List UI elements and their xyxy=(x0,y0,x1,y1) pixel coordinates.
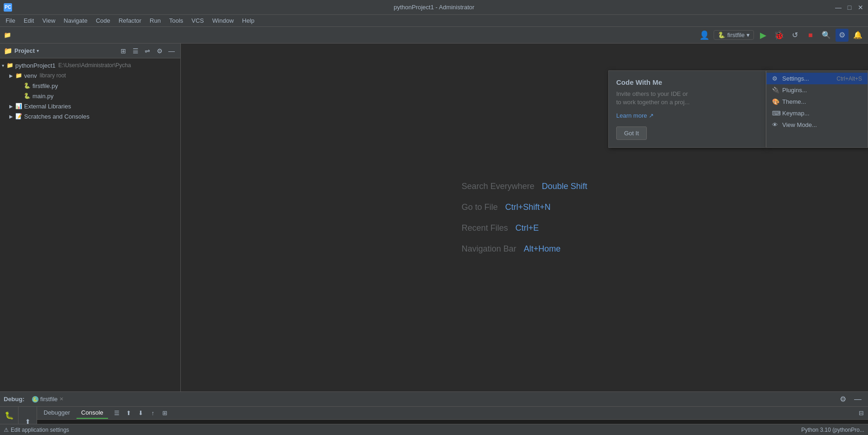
shortcut-goto-key: Ctrl+Shift+N xyxy=(505,202,550,212)
run-button[interactable]: ▶ xyxy=(757,29,770,42)
shortcut-search-key: Double Shift xyxy=(542,182,587,191)
sidebar-header: 📁 Project ▾ ⊞ ☰ ⇌ ⚙ — xyxy=(0,44,180,58)
lib-icon: 📊 xyxy=(15,102,22,110)
tree-label-root: pythonProject1 xyxy=(15,62,56,69)
notifications-button[interactable]: 🔔 xyxy=(851,29,864,42)
folder-icon: 📁 xyxy=(6,62,13,69)
debug-settings-btn[interactable]: ⚙ xyxy=(836,393,849,406)
menu-navigate[interactable]: Navigate xyxy=(60,16,91,25)
run-config-label: firstfile xyxy=(727,32,745,38)
tree-path-root: E:\Users\Administrator\Pycha xyxy=(58,62,131,69)
sidebar-icon-minimize[interactable]: — xyxy=(166,46,177,56)
tab-debugger[interactable]: Debugger xyxy=(39,407,75,419)
editor-area: Search Everywhere Double Shift Go to Fil… xyxy=(181,44,868,391)
rerun-button[interactable]: ↺ xyxy=(788,29,801,42)
debug-extra-up-icon[interactable]: ⬆ xyxy=(124,408,134,418)
settings-dropdown-overlay: Code With Me Invite others to your IDE o… xyxy=(608,70,868,148)
debug-tab-debugger[interactable] xyxy=(19,410,29,415)
menu-code[interactable]: Code xyxy=(92,16,114,25)
cwm-learn-more-text: Learn more xyxy=(616,112,647,119)
menu-file[interactable]: File xyxy=(2,16,19,25)
sidebar-icon-layout[interactable]: ⊞ xyxy=(118,46,128,56)
venv-folder-icon: 📁 xyxy=(15,72,22,79)
chevron-down-icon: ▾ xyxy=(2,63,4,68)
tree-label-scratches: Scratches and Consoles xyxy=(24,113,89,120)
shortcut-navbar-key: Alt+Home xyxy=(524,244,561,254)
debug-tabs-row: Debugger Console ☰ ⬆ ⬇ ↑ ⊞ ⊟ xyxy=(37,407,868,420)
avatar-button[interactable]: 👤 xyxy=(698,29,711,42)
menu-edit[interactable]: Edit xyxy=(20,16,38,25)
tree-item-venv[interactable]: ▶ 📁 venv library root xyxy=(0,70,180,81)
chevron-right-icon-libs: ▶ xyxy=(9,104,13,109)
cwm-title: Code With Me xyxy=(616,78,758,86)
debug-extra-down-icon[interactable]: ⬇ xyxy=(136,408,146,418)
debug-minimize-btn[interactable]: — xyxy=(851,393,864,406)
debug-extra-step-icon[interactable]: ↑ xyxy=(148,408,158,418)
project-tree: ▾ 📁 pythonProject1 E:\Users\Administrato… xyxy=(0,58,180,391)
search-button[interactable]: 🔍 xyxy=(820,29,833,42)
shortcut-search: Search Everywhere Double Shift xyxy=(461,182,587,191)
status-warning-icon[interactable]: ⚠ Edit application settings xyxy=(4,427,69,433)
project-indicator: 📁 xyxy=(4,32,11,38)
minimize-button[interactable]: — xyxy=(835,4,842,11)
tree-item-root[interactable]: ▾ 📁 pythonProject1 E:\Users\Administrato… xyxy=(0,60,180,70)
debug-extra-table-icon[interactable]: ⊞ xyxy=(160,408,170,418)
maximize-button[interactable]: □ xyxy=(846,4,853,11)
menu-vcs[interactable]: VCS xyxy=(188,16,208,25)
menu-run[interactable]: Run xyxy=(146,16,165,25)
tree-item-scratches[interactable]: ▶ 📝 Scratches and Consoles xyxy=(0,111,180,121)
settings-shortcut-settings: Ctrl+Alt+S xyxy=(836,76,862,82)
settings-menu-item-theme[interactable]: 🎨 Theme... xyxy=(766,96,868,107)
keymap-icon: ⌨ xyxy=(772,110,779,117)
run-config-dropdown-icon: ▾ xyxy=(747,32,750,38)
debug-button[interactable]: 🐞 xyxy=(772,29,785,42)
debug-header: Debug: 🐍 firstfile ✕ ⚙ — xyxy=(0,392,868,407)
sidebar-arrow-icon[interactable]: ▾ xyxy=(37,48,39,53)
window-title: pythonProject1 - Administrator xyxy=(394,4,474,11)
settings-menu-item-keymap[interactable]: ⌨ Keymap... xyxy=(766,107,868,119)
cwm-external-link-icon: ↗ xyxy=(649,112,654,119)
status-left-label: Edit application settings xyxy=(11,427,69,433)
debug-tab-close-icon[interactable]: ✕ xyxy=(59,396,64,402)
debug-bug-icon[interactable]: 🐛 xyxy=(3,409,16,422)
menu-view[interactable]: View xyxy=(38,16,59,25)
status-python-version[interactable]: Python 3.10 (pythonPro... xyxy=(801,427,864,433)
cwm-learn-more[interactable]: Learn more ↗ xyxy=(616,112,758,119)
sidebar-icon-sync[interactable]: ⇌ xyxy=(142,46,153,56)
run-config-selector[interactable]: 🐍 firstfile ▾ xyxy=(714,30,754,40)
settings-menu-item-plugins[interactable]: 🔌 Plugins... xyxy=(766,84,868,96)
py-file-icon: 🐍 xyxy=(23,82,31,89)
tree-item-ext-libs[interactable]: ▶ 📊 External Libraries xyxy=(0,101,180,111)
shortcut-recent-key: Ctrl+E xyxy=(515,223,539,233)
editor-shortcuts: Search Everywhere Double Shift Go to Fil… xyxy=(461,182,587,254)
debug-split-icon[interactable]: ⊟ xyxy=(856,408,866,418)
menu-window[interactable]: Window xyxy=(209,16,237,25)
stop-button[interactable]: ■ xyxy=(804,29,817,42)
settings-button[interactable]: ⚙ xyxy=(836,29,849,42)
cwm-got-it-button[interactable]: Got It xyxy=(616,126,647,140)
window-controls[interactable]: — □ ✕ xyxy=(835,4,864,11)
shortcut-navbar: Navigation Bar Alt+Home xyxy=(461,244,561,254)
settings-menu-item-viewmode[interactable]: 👁 View Mode... xyxy=(766,119,868,131)
tree-label-ext-libs: External Libraries xyxy=(24,103,71,110)
sidebar-icon-settings[interactable]: ⚙ xyxy=(154,46,165,56)
tree-item-main[interactable]: 🐍 main.py xyxy=(0,91,180,101)
settings-menu-item-settings[interactable]: ⚙ Settings... Ctrl+Alt+S xyxy=(766,73,868,84)
sidebar-icon-list[interactable]: ☰ xyxy=(130,46,140,56)
menu-tools[interactable]: Tools xyxy=(166,16,187,25)
menu-refactor[interactable]: Refactor xyxy=(115,16,145,25)
tree-item-firstfile[interactable]: 🐍 firstfile.py xyxy=(0,81,180,91)
shortcut-recent: Recent Files Ctrl+E xyxy=(461,223,539,233)
settings-menu-label-viewmode: View Mode... xyxy=(782,121,817,128)
debug-file-tab[interactable]: 🐍 firstfile ✕ xyxy=(28,394,68,404)
close-button[interactable]: ✕ xyxy=(857,4,864,11)
menu-help[interactable]: Help xyxy=(238,16,258,25)
settings-menu: ⚙ Settings... Ctrl+Alt+S 🔌 Plugins... 🎨 xyxy=(766,70,868,148)
sidebar-header-icons: ⊞ ☰ ⇌ ⚙ — xyxy=(118,46,177,56)
chevron-right-icon: ▶ xyxy=(9,73,13,78)
plugins-icon: 🔌 xyxy=(772,87,779,94)
shortcut-goto-label: Go to File xyxy=(461,202,498,212)
debug-extra-list-icon[interactable]: ☰ xyxy=(112,408,122,418)
tab-console-label: Console xyxy=(81,409,103,416)
tab-console[interactable]: Console xyxy=(77,407,108,419)
